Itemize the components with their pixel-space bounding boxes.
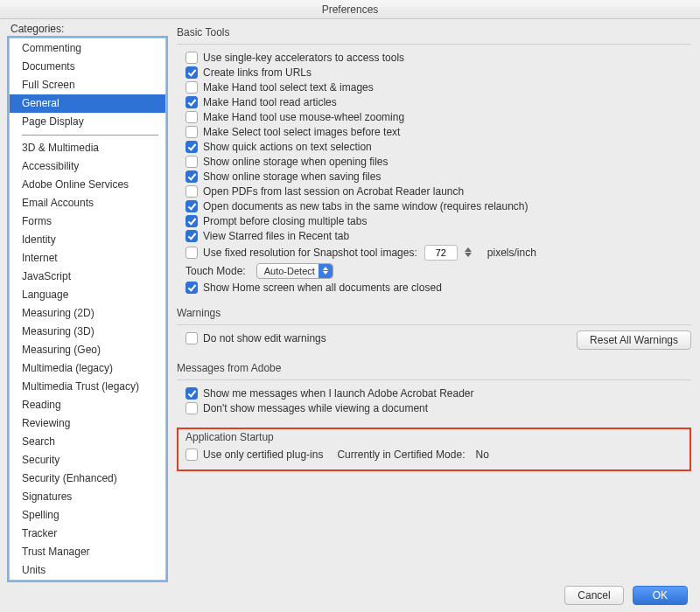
label-edit-warnings: Do not show edit warnings (203, 332, 326, 344)
section-messages-label: Messages from Adobe (177, 362, 691, 374)
category-item[interactable]: Forms (10, 212, 165, 231)
checkbox-label: Open PDFs from last session on Acrobat R… (203, 185, 464, 198)
certified-mode-value: No (475, 449, 488, 461)
category-item[interactable]: Security (10, 451, 165, 469)
checkbox-edit-warnings[interactable] (186, 332, 198, 344)
checkbox-label: Make Select tool select images before te… (203, 126, 400, 138)
reset-warnings-button[interactable]: Reset All Warnings (577, 330, 691, 350)
category-item[interactable]: Documents (10, 58, 165, 76)
category-item[interactable]: 3D & Multimedia (10, 139, 165, 157)
category-item[interactable]: Reviewing (10, 414, 165, 433)
section-basic-tools-label: Basic Tools (177, 26, 691, 38)
certified-mode-label: Currently in Certified Mode: (337, 449, 465, 461)
category-item[interactable]: Page Display (10, 113, 165, 131)
dialog-footer: Cancel OK (0, 581, 700, 605)
checkbox[interactable] (186, 215, 198, 227)
checkbox[interactable] (186, 387, 198, 400)
cancel-button[interactable]: Cancel (564, 586, 623, 605)
category-item[interactable]: Internet (10, 249, 165, 268)
checkbox-label: Open documents as new tabs in the same w… (203, 200, 528, 212)
category-item[interactable]: Email Accounts (10, 194, 165, 212)
checkbox-label: Show me messages when I launch Adobe Acr… (203, 387, 474, 400)
categories-label: Categories: (9, 23, 166, 35)
snapshot-resolution-input[interactable] (424, 245, 458, 261)
checkbox-label: View Starred files in Recent tab (203, 230, 349, 242)
checkbox[interactable] (186, 200, 198, 212)
category-item[interactable]: Commenting (10, 39, 165, 58)
checkbox[interactable] (186, 141, 198, 153)
category-item[interactable]: Signatures (10, 488, 165, 506)
checkbox-snapshot[interactable] (186, 247, 198, 259)
checkbox[interactable] (186, 282, 198, 294)
checkbox[interactable] (186, 52, 198, 64)
category-item[interactable]: Multimedia (legacy) (10, 359, 165, 378)
checkbox-label: Make Hand tool select text & images (203, 81, 374, 94)
checkbox[interactable] (186, 126, 198, 138)
checkbox[interactable] (186, 66, 198, 79)
checkbox-label: Show quick actions on text selection (203, 141, 372, 153)
checkbox-label: Show Home screen when all documents are … (203, 282, 442, 294)
category-divider (22, 135, 158, 136)
checkbox-label: Make Hand tool use mouse-wheel zooming (203, 111, 404, 123)
section-warnings-label: Warnings (177, 307, 691, 319)
checkbox[interactable] (186, 156, 198, 168)
category-item[interactable]: General (10, 94, 165, 113)
categories-list[interactable]: CommentingDocumentsFull ScreenGeneralPag… (9, 38, 166, 581)
category-item[interactable]: Trust Manager (10, 543, 165, 561)
category-item[interactable]: Security (Enhanced) (10, 469, 165, 488)
category-item[interactable]: Measuring (3D) (10, 323, 165, 341)
category-item[interactable]: Measuring (2D) (10, 304, 165, 323)
category-item[interactable]: Reading (10, 396, 165, 414)
category-item[interactable]: Identity (10, 231, 165, 249)
category-item[interactable]: Spelling (10, 506, 165, 525)
checkbox[interactable] (186, 96, 198, 108)
category-item[interactable]: JavaScript (10, 268, 165, 286)
category-item[interactable]: Search (10, 433, 165, 451)
checkbox[interactable] (186, 185, 198, 198)
application-startup-highlight: Application Startup Use only certified p… (177, 428, 691, 471)
label-certified-plugins: Use only certified plug-ins (203, 449, 323, 461)
category-item[interactable]: Multimedia Trust (legacy) (10, 378, 165, 396)
label-snapshot: Use fixed resolution for Snapshot tool i… (203, 247, 417, 259)
touch-mode-label: Touch Mode: (186, 265, 246, 277)
checkbox-label: Make Hand tool read articles (203, 96, 337, 108)
stepper-icon[interactable] (465, 245, 477, 261)
checkbox-label: Don't show messages while viewing a docu… (203, 402, 428, 414)
checkbox-certified-plugins[interactable] (186, 449, 198, 461)
checkbox-label: Show online storage when opening files (203, 156, 388, 168)
section-startup-label: Application Startup (186, 431, 682, 443)
checkbox-label: Create links from URLs (203, 66, 312, 79)
touch-mode-select[interactable]: Auto-Detect (256, 263, 333, 279)
checkbox-label: Show online storage when saving files (203, 170, 381, 183)
category-item[interactable]: Tracker (10, 525, 165, 543)
snapshot-unit: pixels/inch (487, 247, 536, 259)
category-item[interactable]: Adobe Online Services (10, 176, 165, 194)
checkbox[interactable] (186, 402, 198, 414)
checkbox[interactable] (186, 111, 198, 123)
chevron-updown-icon (318, 264, 332, 278)
checkbox[interactable] (186, 230, 198, 242)
checkbox[interactable] (186, 170, 198, 183)
touch-mode-value: Auto-Detect (264, 266, 315, 276)
category-item[interactable]: Measuring (Geo) (10, 341, 165, 359)
category-item[interactable]: Language (10, 286, 165, 304)
checkbox-label: Prompt before closing multiple tabs (203, 215, 367, 227)
ok-button[interactable]: OK (633, 586, 688, 605)
checkbox-label: Use single-key accelerators to access to… (203, 52, 404, 64)
category-item[interactable]: Accessibility (10, 157, 165, 176)
category-item[interactable]: Full Screen (10, 76, 165, 94)
category-item[interactable]: Units (10, 561, 165, 580)
window-title: Preferences (0, 0, 700, 19)
checkbox[interactable] (186, 81, 198, 94)
